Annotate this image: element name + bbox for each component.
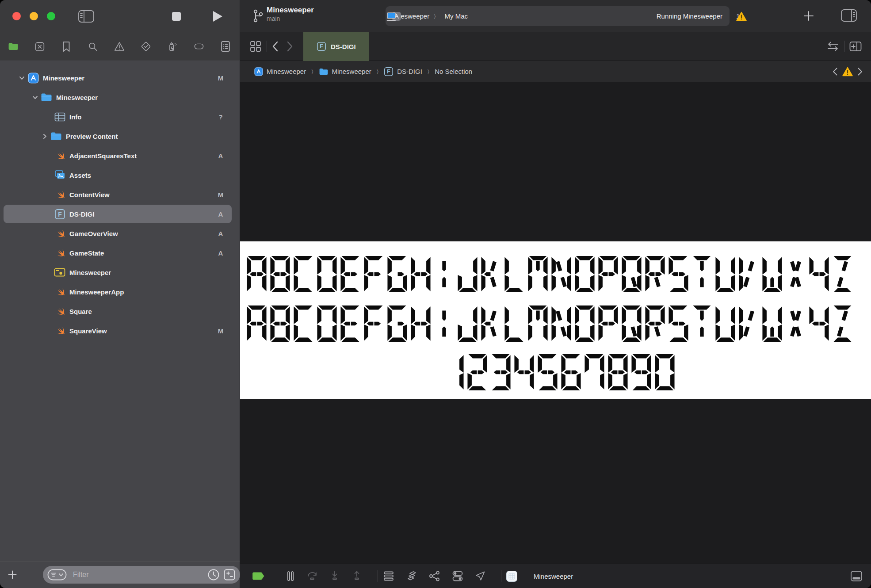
sidebar-item-minesweeper[interactable]: Minesweeper <box>0 88 240 107</box>
zoom-window-button[interactable] <box>47 12 55 20</box>
sidebar-item-label: ContentView <box>69 191 110 199</box>
pause-execution-button[interactable] <box>286 570 295 582</box>
tab-label: DS-DIGI <box>331 43 356 50</box>
toggle-navigator-icon[interactable] <box>78 0 95 32</box>
minimize-window-button[interactable] <box>30 12 38 20</box>
chevron-right-icon[interactable] <box>39 133 50 140</box>
sidebar-item-preview-content[interactable]: Preview Content <box>0 126 240 146</box>
divider <box>281 570 281 582</box>
activity-status: Running Minesweeper <box>657 12 722 20</box>
environment-overrides-button[interactable] <box>451 570 464 582</box>
sidebar-item-label: Minesweeper <box>69 269 111 276</box>
breadcrumb-item-minesweeper[interactable]: Minesweeper <box>254 67 306 76</box>
go-back-button[interactable] <box>271 41 279 52</box>
breadcrumb-item-ds-digi[interactable]: FDS-DIGI <box>384 67 422 76</box>
filter-field[interactable]: Filter <box>43 566 240 584</box>
sidebar-item-minesweeperapp[interactable]: MinesweeperApp <box>0 282 240 302</box>
next-issue-icon[interactable] <box>857 67 863 76</box>
debug-bar: Minesweeper <box>240 564 871 588</box>
swift-icon <box>54 228 65 239</box>
chevron-down-icon[interactable] <box>29 94 41 101</box>
run-button[interactable] <box>211 0 224 32</box>
go-forward-button[interactable] <box>287 41 294 52</box>
sidebar-item-ds-digi[interactable]: FDS-DIGIA <box>0 204 240 224</box>
recents-filter-icon[interactable] <box>207 569 220 581</box>
bookmarks-navigator-icon[interactable] <box>61 41 72 53</box>
simulate-location-button[interactable] <box>474 570 486 582</box>
swift-icon <box>54 248 65 258</box>
sidebar-item-assets[interactable]: Assets <box>0 165 240 185</box>
sidebar-item-minesweeper[interactable]: MinesweeperM <box>0 68 240 88</box>
step-into-button[interactable] <box>329 570 340 582</box>
sidebar-item-label: Square <box>69 308 92 315</box>
breadcrumb-separator: 〉 <box>428 68 429 75</box>
sidebar-item-squareview[interactable]: SquareViewM <box>0 321 240 340</box>
fontfileSmall-icon: F <box>384 67 393 76</box>
issue-warning-icon <box>842 67 853 76</box>
tests-navigator-icon[interactable] <box>141 40 151 53</box>
debug-view-button[interactable] <box>382 570 395 582</box>
source-control-navigator-icon[interactable] <box>34 41 45 53</box>
memory-graph-button[interactable] <box>428 570 441 582</box>
sidebar-item-info[interactable]: Info? <box>0 107 240 126</box>
previous-issue-icon[interactable] <box>832 67 838 76</box>
breadcrumb-item-no-selection-3[interactable]: No Selection <box>435 68 472 75</box>
sidebar-item-contentview[interactable]: ContentViewM <box>0 185 240 204</box>
editor-swap-icon[interactable] <box>826 41 840 52</box>
add-file-button[interactable] <box>7 569 18 580</box>
status-badge: M <box>215 74 226 82</box>
add-editor-icon[interactable] <box>849 41 862 52</box>
fontfile-icon: F <box>54 209 65 220</box>
sidebar-item-square[interactable]: Square <box>0 302 240 321</box>
breadcrumb-item-minesweeper[interactable]: Minesweeper <box>319 68 371 76</box>
app-icon <box>506 570 518 582</box>
assets-icon <box>54 170 65 180</box>
find-navigator-icon[interactable] <box>88 41 98 53</box>
toggle-debug-area-icon[interactable] <box>850 570 863 582</box>
project-navigator: MinesweeperMMinesweeperInfo?Preview Cont… <box>0 61 240 588</box>
breakpoints-navigator-icon[interactable] <box>194 42 204 51</box>
toggle-inspector-icon[interactable] <box>840 9 857 22</box>
sidebar-item-label: Info <box>69 113 82 121</box>
jump-bar: Minesweeper〉Minesweeper〉FDS-DIGI〉No Sele… <box>240 61 871 82</box>
project-title: Minesweeper <box>267 6 314 15</box>
step-over-button[interactable] <box>306 570 318 582</box>
svg-text:F: F <box>387 69 390 75</box>
sidebar-item-gameoverview[interactable]: GameOverViewA <box>0 224 240 243</box>
font-preview-line-uppercase <box>246 256 856 293</box>
tab-ds-digi[interactable]: F DS-DIGI <box>303 32 369 61</box>
breadcrumb-label: Minesweeper <box>267 68 306 75</box>
sidebar-item-label: GameOverView <box>69 230 118 237</box>
chevron-down-icon[interactable] <box>16 75 27 81</box>
scheme-selector[interactable]: Minesweeper 〉 My Mac Running Minesweeper <box>386 6 730 26</box>
project-navigator-icon[interactable] <box>8 41 19 52</box>
sidebar-item-adjacentsquarestext[interactable]: AdjacentSquaresTextA <box>0 146 240 165</box>
scheme-separator: 〉 <box>434 13 436 20</box>
view-hierarchy-button[interactable] <box>405 570 418 582</box>
breadcrumb-label: No Selection <box>435 68 472 75</box>
show-all-tabs-icon[interactable] <box>249 40 262 53</box>
reports-navigator-icon[interactable] <box>220 40 231 53</box>
branch-name: main <box>267 15 314 23</box>
divider <box>267 41 267 52</box>
scheme-destination[interactable]: My Mac <box>445 12 468 20</box>
step-out-button[interactable] <box>351 570 363 582</box>
debug-navigator-icon[interactable] <box>167 40 178 53</box>
filter-menu-icon[interactable] <box>47 569 67 580</box>
sidebar-item-label: Minesweeper <box>43 74 84 82</box>
running-app-entry[interactable]: Minesweeper <box>506 570 573 582</box>
source-control-filter-icon[interactable] <box>223 569 236 581</box>
running-app-name: Minesweeper <box>534 573 573 580</box>
sidebar-item-minesweeper[interactable]: Minesweeper <box>0 263 240 282</box>
file-tree: MinesweeperMMinesweeperInfo?Preview Cont… <box>0 68 240 340</box>
swift-icon <box>54 189 65 200</box>
issues-navigator-icon[interactable] <box>114 41 125 52</box>
close-window-button[interactable] <box>12 12 21 20</box>
sidebar-item-gamestate[interactable]: GameStateA <box>0 243 240 263</box>
add-button[interactable] <box>802 10 815 22</box>
breakpoints-toggle[interactable] <box>252 571 266 581</box>
swift-icon <box>54 150 65 161</box>
breadcrumb-label: Minesweeper <box>332 68 371 75</box>
stop-button[interactable] <box>171 0 182 32</box>
warning-cluster[interactable]: 1 <box>736 0 740 32</box>
